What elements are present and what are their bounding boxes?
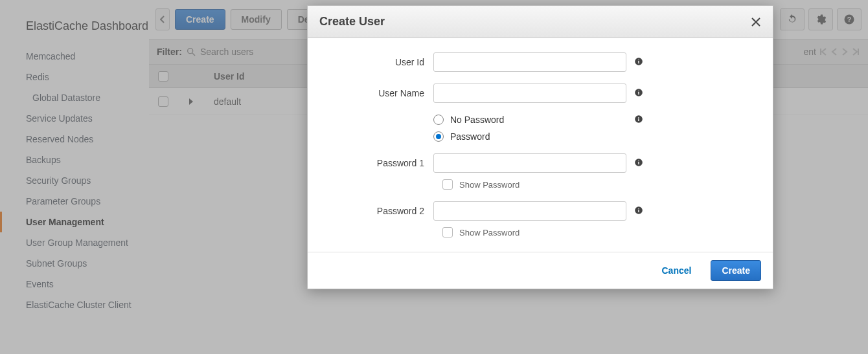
info-icon[interactable]: i — [634, 57, 645, 67]
modal-create-button[interactable]: Create — [711, 260, 761, 281]
modal-close-button[interactable] — [751, 17, 761, 27]
cancel-button[interactable]: Cancel — [651, 261, 702, 280]
user-id-label: User Id — [330, 57, 433, 67]
info-icon[interactable]: i — [634, 206, 645, 216]
modal-title: Create User — [319, 15, 385, 28]
password1-label: Password 1 — [330, 158, 433, 168]
password-radio[interactable] — [433, 131, 444, 142]
close-icon — [751, 17, 761, 27]
show-password2-label: Show Password — [459, 228, 520, 238]
password1-input[interactable] — [433, 153, 626, 173]
no-password-radio[interactable] — [433, 115, 444, 125]
show-password1-checkbox[interactable] — [442, 179, 453, 190]
password2-label: Password 2 — [330, 206, 433, 216]
show-password2-checkbox[interactable] — [442, 227, 453, 238]
user-name-input[interactable] — [433, 83, 626, 103]
user-name-label: User Name — [330, 88, 433, 98]
user-id-input[interactable] — [433, 52, 626, 72]
modal-header: Create User — [308, 6, 773, 38]
modal-body: User Id i User Name i No Password — [308, 38, 773, 252]
info-icon[interactable]: i — [634, 115, 645, 125]
password2-input[interactable] — [433, 201, 626, 221]
info-icon[interactable]: i — [634, 158, 645, 168]
password-label: Password — [450, 131, 490, 142]
no-password-label: No Password — [450, 115, 504, 125]
info-icon[interactable]: i — [634, 88, 645, 98]
create-user-modal: Create User User Id i User Name i — [307, 5, 773, 289]
modal-footer: Cancel Create — [308, 252, 773, 289]
show-password1-label: Show Password — [459, 180, 520, 190]
